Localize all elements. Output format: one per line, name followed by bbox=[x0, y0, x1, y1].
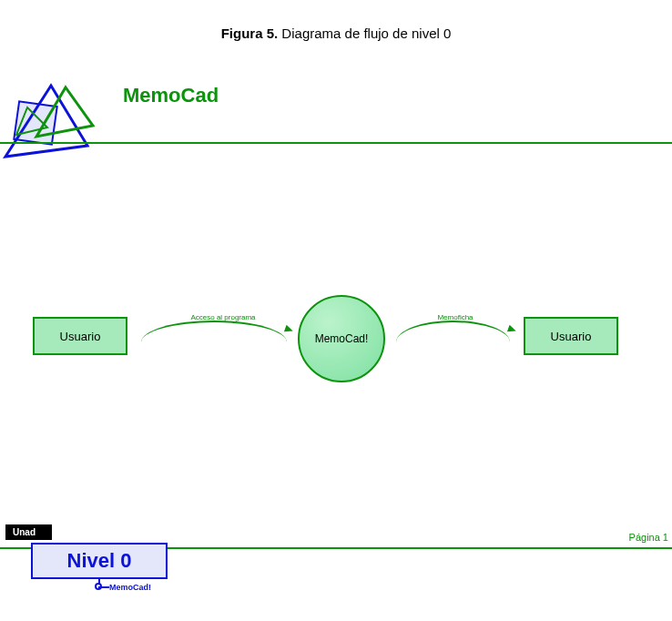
dfd-diagram: Usuario Acceso al programa MemoCad! Memo… bbox=[0, 300, 672, 382]
figure-label: Figura 5. bbox=[221, 25, 279, 41]
flow-label-memoficha: Memoficha bbox=[419, 313, 492, 321]
process-memocad: MemoCad! bbox=[298, 295, 385, 382]
header-title: MemoCad bbox=[123, 84, 219, 107]
entity-usuario-right: Usuario bbox=[524, 317, 618, 355]
flow-arc-2 bbox=[396, 321, 510, 342]
page-number: Página 1 bbox=[629, 532, 668, 543]
flow-arc-1 bbox=[141, 321, 287, 342]
header-divider bbox=[0, 142, 672, 144]
footer-subsystem-label: MemoCad! bbox=[109, 583, 151, 592]
footer-connector-icon bbox=[98, 586, 109, 588]
logo-triangles-icon bbox=[0, 71, 109, 171]
entity-usuario-left: Usuario bbox=[33, 317, 127, 355]
level-box: Nivel 0 bbox=[31, 543, 168, 579]
arrowhead-icon bbox=[507, 325, 517, 335]
figure-text: Diagrama de flujo de nivel 0 bbox=[278, 25, 451, 41]
arrowhead-icon bbox=[284, 325, 294, 335]
figure-caption: Figura 5. Diagrama de flujo de nivel 0 bbox=[0, 25, 672, 41]
badge-unad: Unad bbox=[5, 524, 52, 540]
flow-label-acceso: Acceso al programa bbox=[168, 313, 278, 321]
